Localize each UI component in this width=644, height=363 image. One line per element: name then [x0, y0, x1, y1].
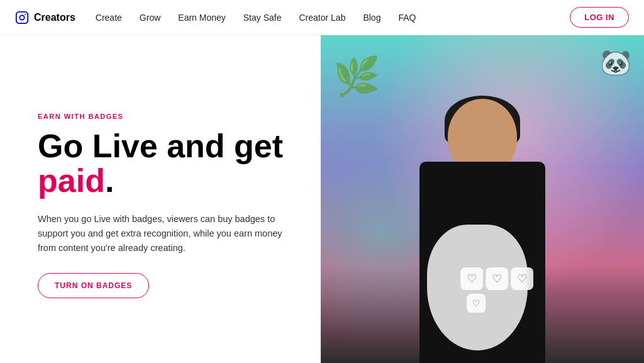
nav-stay-safe[interactable]: Stay Safe — [243, 13, 282, 23]
headline-line2: paid. — [38, 163, 291, 199]
badge-row-1: ♡ ♡ ♡ — [460, 267, 533, 290]
svg-point-2 — [25, 14, 26, 15]
hero-image: 🌿 🐼 ♡ ♡ ♡ ♡ — [321, 35, 644, 363]
body-shape — [419, 162, 545, 363]
nav-earn-money[interactable]: Earn Money — [178, 13, 225, 23]
svg-point-1 — [19, 15, 24, 20]
login-button[interactable]: LOG IN — [570, 7, 629, 28]
hero-right-panel: 🌿 🐼 ♡ ♡ ♡ ♡ — [321, 35, 644, 363]
badge-heart-2: ♡ — [486, 267, 508, 290]
nav-create[interactable]: Create — [96, 13, 122, 23]
person-figure — [382, 86, 583, 363]
headline-block: Go Live and get paid. — [38, 129, 291, 212]
headline-line1: Go Live and get — [38, 129, 291, 164]
badges-overlay: ♡ ♡ ♡ ♡ — [460, 267, 533, 313]
hero-left-panel: EARN WITH BADGES Go Live and get paid. W… — [0, 35, 321, 363]
navbar: Creators Create Grow Earn Money Stay Saf… — [0, 0, 644, 35]
nav-blog[interactable]: Blog — [363, 13, 380, 23]
nav-links: Create Grow Earn Money Stay Safe Creator… — [96, 13, 570, 23]
plant-decoration: 🌿 — [333, 54, 380, 99]
instagram-icon — [15, 11, 29, 25]
brand-label: Creators — [34, 12, 75, 23]
nav-grow[interactable]: Grow — [140, 13, 160, 23]
headline-dot: . — [105, 162, 114, 199]
badge-row-2: ♡ — [460, 294, 533, 313]
hero-description: When you go Live with badges, viewers ca… — [38, 212, 289, 256]
nav-faq[interactable]: FAQ — [398, 13, 416, 23]
headline-pink-word: paid — [38, 162, 105, 199]
turn-on-badges-button[interactable]: TURN ON BADGES — [38, 273, 149, 298]
main-content: EARN WITH BADGES Go Live and get paid. W… — [0, 35, 644, 363]
badge-heart-3: ♡ — [511, 267, 533, 290]
svg-rect-0 — [16, 11, 28, 23]
panda-decoration: 🐼 — [600, 48, 631, 77]
badge-heart-1: ♡ — [460, 267, 483, 290]
badge-heart-small-1: ♡ — [467, 294, 486, 313]
nav-creator-lab[interactable]: Creator Lab — [299, 13, 345, 23]
earn-with-badges-label: EARN WITH BADGES — [38, 113, 291, 120]
brand-link[interactable]: Creators — [15, 11, 75, 25]
